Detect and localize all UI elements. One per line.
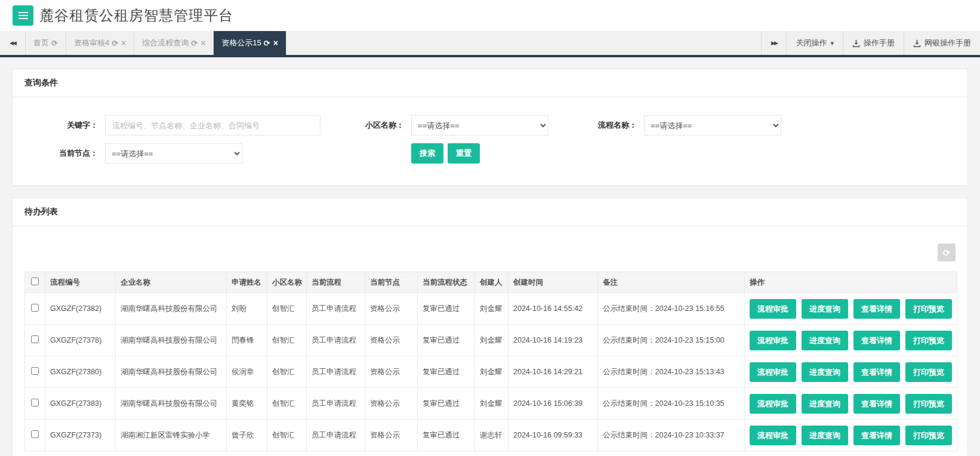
process-name-label: 流程名称： [548, 120, 637, 131]
process-approve-button[interactable]: 流程审批 [750, 426, 796, 445]
main-content: 查询条件 关键字： 小区名称： ==请选择== 流程名称： ==请选择== 当前… [0, 57, 980, 456]
cell-actions: 流程审批进度查询查看详情打印预览 [745, 356, 957, 388]
process-name-select[interactable]: ==请选择== [644, 115, 781, 135]
cell-applicant: 黄奕铭 [227, 388, 267, 420]
tab-2[interactable]: 资格审核4⟳× [66, 31, 134, 55]
cell-company: 湖南华曙高科技股份有限公司 [116, 293, 227, 325]
tab-close-icon[interactable]: × [273, 38, 278, 48]
tab-list: 首页⟳资格审核4⟳×综合流程查询⟳×资格公示15⟳× [25, 31, 286, 55]
search-button[interactable]: 搜索 [411, 143, 443, 164]
refresh-list-button[interactable]: ⟳ [938, 244, 956, 261]
cell-created-time: 2024-10-16 14:55:42 [509, 293, 598, 325]
current-node-select[interactable]: ==请选择== [105, 143, 242, 164]
cell-creator: 谢志轩 [475, 420, 509, 451]
view-details-button[interactable]: 查看详情 [853, 331, 900, 350]
cell-current-node: 资格公示 [365, 388, 418, 420]
cell-creator: 刘金耀 [475, 325, 509, 356]
row-checkbox[interactable] [31, 399, 39, 406]
print-preview-button[interactable]: 打印预览 [905, 331, 952, 350]
cell-actions: 流程审批进度查询查看详情打印预览 [745, 325, 957, 356]
tab-refresh-icon[interactable]: ⟳ [51, 39, 58, 48]
progress-query-button[interactable]: 进度查询 [802, 331, 848, 350]
hamburger-icon [19, 15, 28, 16]
process-approve-button[interactable]: 流程审批 [750, 331, 796, 350]
column-header: 当前流程状态 [418, 272, 475, 293]
print-preview-button[interactable]: 打印预览 [905, 299, 952, 319]
close-actions-label: 关闭操作 [796, 38, 827, 48]
cell-applicant: 曾子欣 [227, 420, 267, 451]
cell-community: 创智汇 [267, 325, 307, 356]
view-details-button[interactable]: 查看详情 [853, 394, 900, 414]
process-approve-button[interactable]: 流程审批 [750, 299, 796, 319]
todo-panel-title: 待办列表 [13, 198, 967, 226]
tabbar: ◀◀ 首页⟳资格审核4⟳×综合流程查询⟳×资格公示15⟳× ▶▶ 关闭操作 ▾ … [0, 31, 980, 57]
print-preview-button[interactable]: 打印预览 [905, 426, 952, 445]
cell-created-time: 2024-10-16 14:29:21 [509, 356, 598, 388]
tab-label: 首页 [33, 38, 49, 48]
row-checkbox[interactable] [31, 367, 39, 375]
column-header: 企业名称 [116, 272, 227, 293]
cell-actions: 流程审批进度查询查看详情打印预览 [745, 293, 957, 325]
query-panel: 查询条件 关键字： 小区名称： ==请选择== 流程名称： ==请选择== 当前… [12, 69, 968, 186]
chevron-down-icon: ▾ [830, 39, 834, 47]
process-approve-button[interactable]: 流程审批 [750, 394, 796, 414]
cell-current-process: 员工申请流程 [307, 388, 365, 420]
manual-download-button[interactable]: 操作手册 [843, 31, 904, 55]
cell-current-process: 员工申请流程 [307, 356, 365, 388]
view-details-button[interactable]: 查看详情 [853, 426, 900, 445]
view-details-button[interactable]: 查看详情 [853, 362, 900, 382]
cell-company: 湖南华曙高科技股份有限公司 [116, 356, 227, 388]
select-all-checkbox[interactable] [31, 278, 39, 285]
print-preview-button[interactable]: 打印预览 [905, 362, 952, 382]
hamburger-menu-button[interactable] [13, 5, 33, 26]
column-header: 当前流程 [307, 272, 365, 293]
cell-created-time: 2024-10-16 15:06:39 [509, 388, 598, 420]
tabs-collapse-left-icon[interactable]: ◀◀ [0, 31, 25, 55]
cell-process-status: 复审已通过 [418, 325, 475, 356]
tab-refresh-icon[interactable]: ⟳ [191, 39, 198, 48]
table-row: GXGZF(27382)湖南华曙高科技股份有限公司刘盼创智汇员工申请流程资格公示… [25, 293, 957, 325]
tab-3[interactable]: 综合流程查询⟳× [134, 31, 214, 55]
cell-current-node: 资格公示 [365, 293, 418, 325]
table-row: GXGZF(27373)湖南湘江新区雷锋实验小学曾子欣创智汇员工申请流程资格公示… [25, 420, 957, 451]
cell-community: 创智汇 [267, 293, 307, 325]
tabs-expand-right-icon[interactable]: ▶▶ [761, 31, 786, 55]
cell-checkbox [25, 356, 45, 388]
row-checkbox[interactable] [31, 430, 39, 438]
refresh-icon: ⟳ [943, 248, 951, 258]
progress-query-button[interactable]: 进度查询 [802, 426, 848, 445]
keyword-input[interactable] [105, 115, 320, 135]
tab-close-icon[interactable]: × [201, 38, 205, 48]
print-preview-button[interactable]: 打印预览 [905, 394, 952, 414]
view-details-button[interactable]: 查看详情 [853, 299, 900, 319]
row-checkbox[interactable] [31, 335, 39, 343]
download-icon [913, 39, 921, 47]
progress-query-button[interactable]: 进度查询 [802, 299, 848, 319]
cell-checkbox [25, 293, 45, 325]
tab-refresh-icon[interactable]: ⟳ [264, 39, 270, 48]
bank-manual-download-button[interactable]: 网银操作手册 [904, 31, 980, 55]
cell-remark: 公示结束时间：2024-10-23 15:13:43 [598, 356, 745, 388]
todo-panel: 待办列表 ⟳ 流程编号企业名称申请姓名小区名称当 [12, 198, 968, 456]
cell-created-time: 2024-10-16 14:19:23 [509, 325, 598, 356]
community-select[interactable]: ==请选择== [411, 115, 548, 135]
row-checkbox[interactable] [31, 304, 39, 312]
todo-panel-body: ⟳ 流程编号企业名称申请姓名小区名称当前流程当前节点当前流程状态创建人创建时间备… [13, 226, 967, 456]
community-label: 小区名称： [320, 120, 404, 131]
tab-4[interactable]: 资格公示15⟳× [214, 31, 286, 55]
tab-close-icon[interactable]: × [121, 38, 126, 48]
tab-refresh-icon[interactable]: ⟳ [112, 39, 118, 48]
download-icon [852, 39, 860, 47]
current-node-label: 当前节点： [24, 148, 98, 159]
select-all-header [25, 272, 45, 293]
cell-applicant: 刘盼 [227, 293, 267, 325]
close-actions-dropdown[interactable]: 关闭操作 ▾ [786, 31, 843, 55]
tab-1[interactable]: 首页⟳ [25, 31, 66, 55]
process-approve-button[interactable]: 流程审批 [750, 362, 796, 382]
table-row: GXGZF(27383)湖南华曙高科技股份有限公司黄奕铭创智汇员工申请流程资格公… [25, 388, 957, 420]
progress-query-button[interactable]: 进度查询 [802, 362, 848, 382]
progress-query-button[interactable]: 进度查询 [802, 394, 848, 414]
cell-current-node: 资格公示 [365, 325, 418, 356]
reset-button[interactable]: 重置 [448, 143, 480, 164]
cell-current-node: 资格公示 [365, 420, 418, 451]
